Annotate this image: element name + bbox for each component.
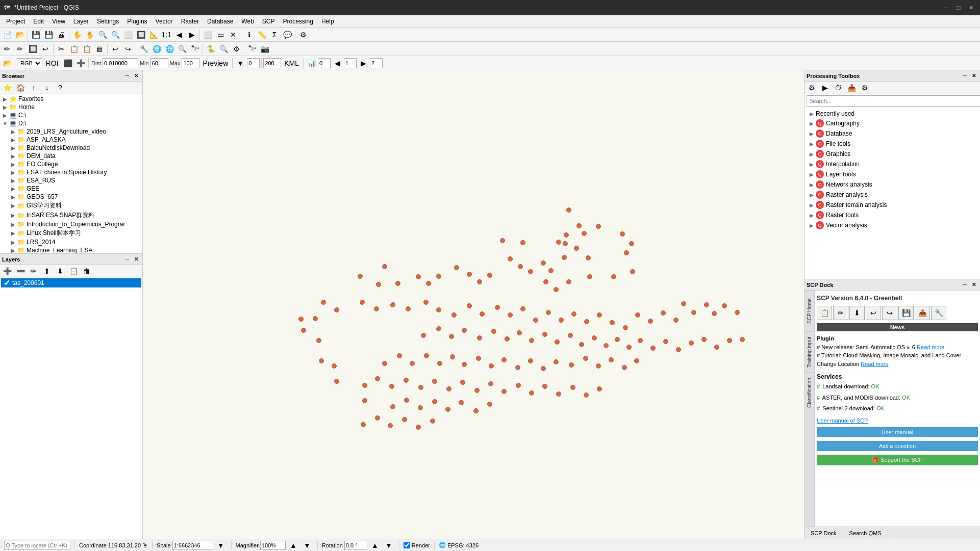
filter-layer-button[interactable]: ✏ (28, 265, 40, 277)
max-input[interactable] (182, 58, 199, 68)
browser-home-button[interactable]: 🏠 (14, 82, 27, 94)
magnifier-input[interactable] (260, 541, 286, 550)
proc-item-raster-tools[interactable]: ▶ Q Raster tools (806, 210, 979, 220)
proc-item-raster-analysis[interactable]: ▶ Q Raster analysis (806, 190, 979, 200)
proc-item-interpolation[interactable]: ▶ Q Interpolation (806, 159, 979, 169)
render-input[interactable] (247, 58, 260, 68)
processing-close-button[interactable]: ✕ (970, 72, 978, 80)
proc-item-cartography[interactable]: ▶ Q Cartography (806, 118, 979, 128)
maximize-button[interactable]: □ (953, 3, 964, 13)
scp-settings-button[interactable]: 🔧 (931, 306, 946, 320)
preview-toggle[interactable]: Preview (200, 57, 231, 69)
menu-vector[interactable]: Vector (152, 17, 177, 26)
next-page-button[interactable]: ▶ (357, 57, 369, 69)
tab-scp-dock[interactable]: SCP Dock (805, 527, 843, 539)
proc-run-button[interactable]: ▶ (819, 82, 831, 94)
rotation-up-button[interactable]: ▲ (369, 539, 381, 552)
scp-open-button[interactable]: 📋 (817, 306, 832, 320)
select-button[interactable]: ⬜ (202, 29, 214, 41)
news-read-more-2[interactable]: Read more (861, 361, 888, 367)
paste-button[interactable]: 📋 (81, 43, 93, 55)
browser-item-esa-rus[interactable]: ▶ 📁 ESA_RUS (1, 176, 141, 185)
search-button[interactable]: 🔍 (217, 43, 230, 55)
scp-open-button[interactable]: 📂 (1, 57, 13, 69)
scp-undo-button[interactable]: ↩ (866, 306, 881, 320)
menu-settings[interactable]: Settings (93, 17, 123, 26)
render-down-button[interactable]: ▼ (234, 57, 246, 69)
rotation-input[interactable] (344, 541, 367, 550)
proc-item-database[interactable]: ▶ Q Database (806, 128, 979, 139)
select-rect-button[interactable]: ▭ (214, 29, 227, 41)
render-checkbox[interactable] (404, 542, 410, 548)
browser-item-gis[interactable]: ▶ 📁 GIS学习资料 (1, 201, 141, 211)
zoom-next-button[interactable]: ▶ (186, 29, 198, 41)
browser-favorites-button[interactable]: ⭐ (1, 82, 13, 94)
zoom-in-button[interactable]: 🔍 (96, 29, 109, 41)
new-project-button[interactable]: 📄 (1, 29, 13, 41)
roi-draw-button[interactable]: ⬛ (62, 57, 74, 69)
menu-view[interactable]: View (48, 17, 69, 26)
rgb-select[interactable]: RGB (17, 58, 42, 68)
proc-item-layer-tools[interactable]: ▶ Q Layer tools (806, 169, 979, 179)
zoom-native-button[interactable]: 1:1 (160, 29, 172, 41)
kml-button[interactable]: KML (282, 57, 301, 69)
print-button[interactable]: 🖨 (55, 29, 67, 41)
plugin1-button[interactable]: 🔧 (138, 43, 150, 55)
browser-item-esa-echoes[interactable]: ▶ 📁 ESA Echoes in Space History (1, 168, 141, 176)
binoculars-button[interactable]: 🔭 (246, 43, 258, 55)
python-button[interactable]: 🐍 (205, 43, 217, 55)
browser-item-asf[interactable]: ▶ 📁 ASF_ALASKA (1, 136, 141, 144)
scale-input[interactable] (172, 541, 213, 550)
min-input[interactable] (150, 58, 168, 68)
menu-processing[interactable]: Processing (279, 17, 317, 26)
plugin4-button[interactable]: 🔍 (176, 43, 188, 55)
proc-item-file-tools[interactable]: ▶ Q File tools (806, 139, 979, 149)
group-button[interactable]: 📋 (67, 265, 80, 277)
processing-minimize-button[interactable]: ─ (961, 72, 969, 80)
browser-help-button[interactable]: ? (54, 82, 66, 94)
proc-item-graphics[interactable]: ▶ Q Graphics (806, 149, 979, 159)
menu-layer[interactable]: Layer (69, 17, 93, 26)
proc-item-raster-terrain[interactable]: ▶ Q Raster terrain analysis (806, 200, 979, 210)
scp-download-button[interactable]: ⬇ (849, 306, 865, 320)
ask-question-button[interactable]: Ask a question (817, 441, 978, 451)
menu-edit[interactable]: Edit (29, 17, 48, 26)
layers-close-button[interactable]: ✕ (132, 255, 140, 264)
browser-item-geos[interactable]: ▶ 📁 GEOS_657 (1, 193, 141, 201)
proc-results-button[interactable]: 📥 (845, 82, 858, 94)
scp-sidebar-training[interactable]: Training input (805, 331, 814, 372)
settings2-button[interactable]: ⚙ (230, 43, 242, 55)
statistics-button[interactable]: Σ (268, 29, 281, 41)
save-as-button[interactable]: 💾 (42, 29, 55, 41)
processing-search-input[interactable] (807, 95, 980, 107)
roi-add-button[interactable]: ➕ (74, 57, 87, 69)
user-manual-link[interactable]: User manual of SCP (817, 417, 978, 424)
dist-input[interactable] (103, 58, 138, 68)
rotate-button[interactable]: ↩ (39, 43, 52, 55)
browser-item-home[interactable]: ▶ 📁 Home (1, 103, 141, 111)
page2-input[interactable] (344, 58, 357, 68)
browser-item-baidu[interactable]: ▶ 📁 BaiduNetdiskDownload (1, 144, 141, 152)
digitize-button[interactable]: ✏ (1, 43, 13, 55)
plugin5-button[interactable]: 🔭 (189, 43, 201, 55)
browser-item-linux-shell[interactable]: ▶ 📁 Linux Shell脚本学习 (1, 228, 141, 238)
move-up-button[interactable]: ⬆ (41, 265, 53, 277)
layer-visibility-checkbox[interactable] (3, 279, 10, 286)
browser-item-d[interactable]: ▼ 💻 D:\ (1, 119, 141, 127)
menu-raster[interactable]: Raster (177, 17, 203, 26)
layers-minimize-button[interactable]: ─ (123, 255, 131, 264)
browser-item-insar[interactable]: ▶ 📁 InSAR ESA SNAP群资料 (1, 211, 141, 220)
scp-close-button[interactable]: ✕ (970, 281, 978, 289)
minimize-button[interactable]: ─ (941, 3, 951, 13)
menu-database[interactable]: Database (203, 17, 237, 26)
browser-item-ml-esa[interactable]: ▶ 📁 Machine_Learning_ESA (1, 246, 141, 253)
rotation-down-button[interactable]: ▼ (383, 539, 395, 552)
layer-item-tas200601[interactable]: tas_200601 (1, 278, 141, 287)
proc-item-recently-used[interactable]: ▶ Recently used (806, 109, 979, 118)
user-manual-button[interactable]: User manual (817, 427, 978, 437)
remove-layer-button[interactable]: ➖ (14, 265, 27, 277)
page1-input[interactable] (318, 58, 331, 68)
map-canvas[interactable] (143, 70, 804, 539)
copy-button[interactable]: 📋 (68, 43, 80, 55)
undo-button[interactable]: ↩ (109, 43, 121, 55)
